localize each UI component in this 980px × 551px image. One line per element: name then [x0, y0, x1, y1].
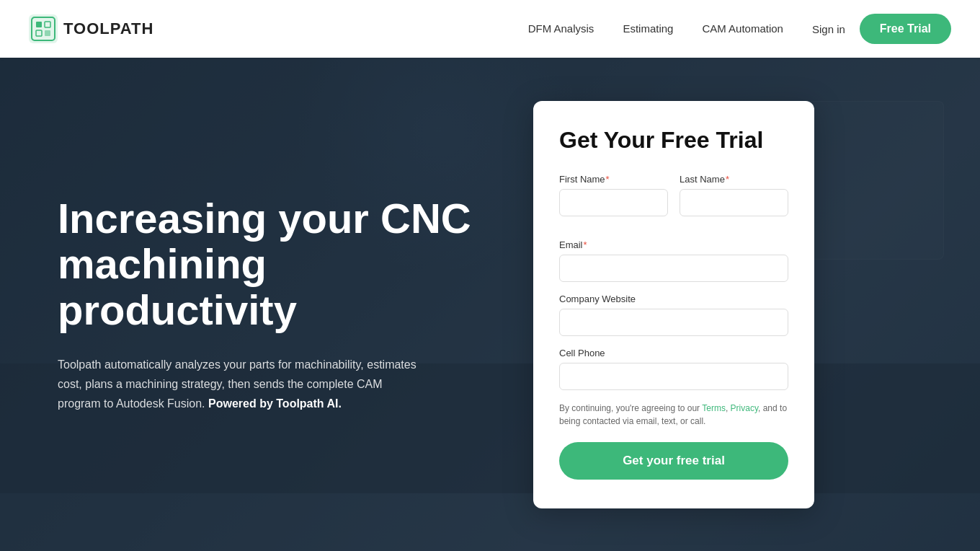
company-website-input[interactable] — [559, 309, 788, 336]
nav-link-dfm[interactable]: DFM Analysis — [528, 22, 594, 35]
cell-phone-input[interactable] — [559, 363, 788, 390]
last-name-input[interactable] — [680, 189, 788, 216]
free-trial-nav-button[interactable]: Free Trial — [860, 14, 951, 44]
svg-rect-2 — [36, 22, 42, 27]
signin-link[interactable]: Sign in — [812, 23, 845, 35]
hero-left-panel: Increasing your CNC machining productivi… — [58, 195, 490, 414]
email-required: * — [584, 239, 587, 250]
nav-link-estimating[interactable]: Estimating — [623, 22, 673, 35]
logo-text: TOOLPATH — [63, 19, 153, 38]
hero-subtext-bold: Powered by Toolpath AI. — [208, 397, 342, 410]
nav-links: DFM Analysis Estimating CAM Automation — [528, 22, 783, 35]
form-submit-button[interactable]: Get your free trial — [559, 442, 788, 480]
email-group: Email* — [559, 239, 788, 282]
email-label: Email* — [559, 239, 788, 250]
last-name-required: * — [726, 174, 729, 185]
company-website-group: Company Website — [559, 294, 788, 336]
toolpath-logo-icon — [29, 14, 58, 43]
privacy-link[interactable]: Privacy — [731, 403, 758, 413]
free-trial-form-card: Get Your Free Trial First Name* Last Nam… — [533, 101, 814, 508]
cell-phone-group: Cell Phone — [559, 348, 788, 390]
form-title: Get Your Free Trial — [559, 127, 788, 154]
first-name-group: First Name* — [559, 174, 668, 216]
navbar: TOOLPATH DFM Analysis Estimating CAM Aut… — [0, 0, 980, 58]
email-input[interactable] — [559, 255, 788, 282]
form-legal-text: By continuing, you're agreeing to our Te… — [559, 402, 788, 428]
first-name-label: First Name* — [559, 174, 668, 185]
hero-content: Increasing your CNC machining productivi… — [0, 58, 980, 551]
last-name-group: Last Name* — [680, 174, 788, 228]
svg-rect-5 — [45, 30, 50, 36]
terms-link[interactable]: Terms — [702, 403, 726, 413]
cell-phone-label: Cell Phone — [559, 348, 788, 358]
hero-section: Increasing your CNC machining productivi… — [0, 58, 980, 551]
form-name-row: First Name* Last Name* — [559, 174, 788, 228]
hero-heading: Increasing your CNC machining productivi… — [58, 195, 490, 333]
nav-link-cam[interactable]: CAM Automation — [702, 22, 783, 35]
logo-link[interactable]: TOOLPATH — [29, 14, 153, 43]
first-name-required: * — [606, 174, 610, 185]
svg-rect-0 — [29, 14, 58, 43]
last-name-label: Last Name* — [680, 174, 788, 185]
hero-subtext: Toolpath automatically analyzes your par… — [58, 355, 418, 414]
first-name-input[interactable] — [559, 189, 668, 216]
company-website-label: Company Website — [559, 294, 788, 304]
